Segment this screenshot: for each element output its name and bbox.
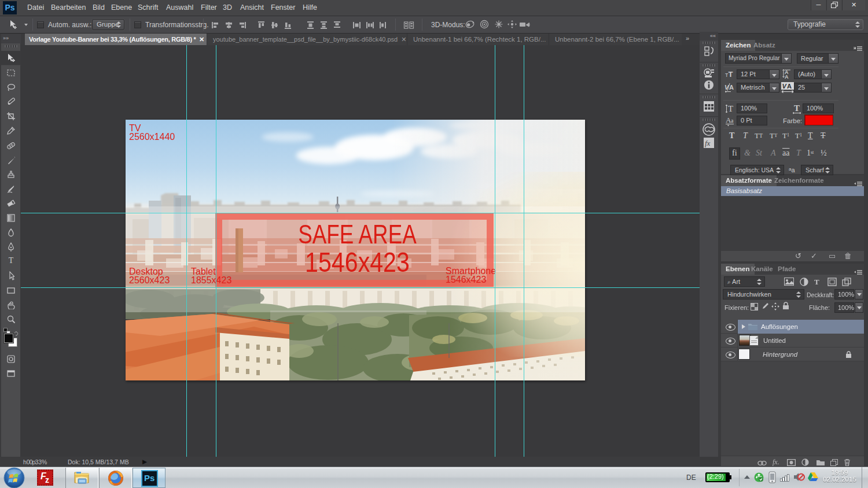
svg-text:A: A: [729, 84, 734, 91]
svg-text:a: a: [731, 117, 734, 124]
svg-text:T: T: [794, 103, 800, 113]
svg-text:A: A: [785, 74, 789, 80]
svg-text:fx: fx: [705, 139, 711, 147]
svg-text:T: T: [728, 104, 733, 113]
svg-text:A: A: [787, 83, 792, 90]
